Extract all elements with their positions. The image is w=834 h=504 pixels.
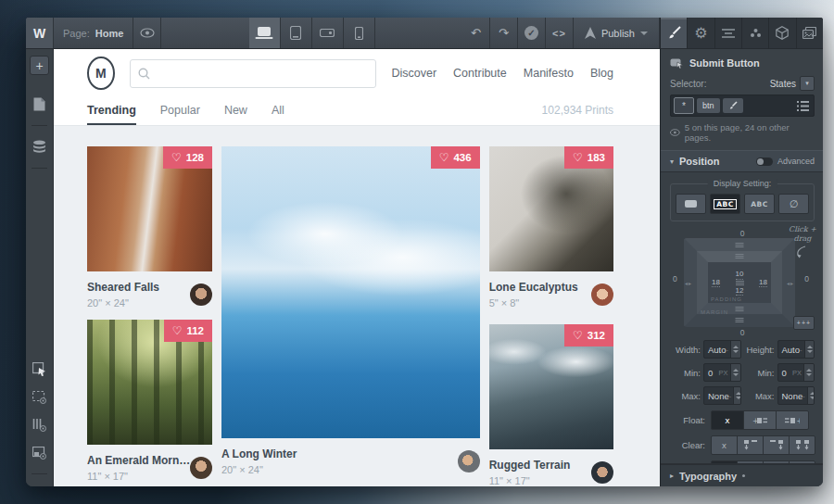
box-model-widget[interactable]: 0 0 0 0 18 10 12 <box>670 230 815 335</box>
width-input[interactable]: Auto- <box>703 340 741 359</box>
assets-images-tab[interactable] <box>797 18 823 48</box>
device-tablet-button[interactable] <box>281 18 312 48</box>
device-desktop-button[interactable] <box>249 18 281 48</box>
photo-emerald-morning[interactable]: ♡112 <box>87 320 212 445</box>
avatar[interactable] <box>190 457 212 479</box>
display-inline-block-button[interactable]: ABC <box>710 194 740 214</box>
max-width-stepper[interactable] <box>733 387 740 404</box>
panel-visibility-icon[interactable] <box>32 447 46 460</box>
position-section-header[interactable]: ▾ Position Advanced <box>661 150 823 172</box>
margin-bottom-value[interactable]: 0 <box>740 328 745 337</box>
nav-link-manifesto[interactable]: Manifesto <box>524 67 574 80</box>
states-dropdown[interactable]: States ▾ <box>770 76 815 91</box>
photo-rugged-terrain[interactable]: ♡312 <box>489 324 613 449</box>
padding-right-value[interactable]: 18 <box>759 278 767 288</box>
save-check-icon[interactable]: ✓ <box>518 18 546 48</box>
margin-top-value[interactable]: 0 <box>740 229 745 238</box>
min-width-stepper[interactable] <box>730 364 740 381</box>
avatar[interactable] <box>591 461 613 484</box>
min-height-stepper[interactable] <box>803 364 814 381</box>
site-logo[interactable]: M <box>87 57 115 90</box>
padding-left-value[interactable]: 18 <box>712 278 720 288</box>
style-brush-tab[interactable] <box>661 18 688 48</box>
selection-visibility-icon[interactable] <box>32 391 46 404</box>
photo-card[interactable]: ♡183 Lone Eucalyptus 5" × 8" <box>489 146 613 320</box>
advanced-toggle[interactable]: Advanced <box>756 157 815 166</box>
selector-token-bar[interactable]: * btn <box>670 94 815 117</box>
components-cube-tab[interactable] <box>769 18 796 48</box>
undo-icon[interactable]: ↶ <box>462 18 490 48</box>
device-phone-landscape-button[interactable] <box>312 18 344 48</box>
pages-icon[interactable] <box>33 97 45 111</box>
add-element-button[interactable]: + <box>30 56 49 75</box>
avatar[interactable] <box>458 450 480 472</box>
margin-right-value[interactable]: 0 <box>804 274 809 284</box>
class-token-btn[interactable]: btn <box>697 98 720 113</box>
all-states-key[interactable]: * <box>674 97 694 114</box>
float-left-button[interactable]: + <box>743 410 777 430</box>
style-manager-tab[interactable] <box>715 18 742 48</box>
likes-badge[interactable]: ♡183 <box>564 146 613 169</box>
select-cursor-icon[interactable] <box>32 362 46 376</box>
max-height-stepper[interactable] <box>807 387 815 404</box>
card-title: Sheared Falls <box>87 281 190 294</box>
clear-right-button[interactable] <box>763 435 790 455</box>
likes-badge[interactable]: ♡112 <box>164 320 212 342</box>
float-none-button[interactable]: x <box>711 410 744 430</box>
display-none-button[interactable]: ∅ <box>778 194 809 214</box>
tab-trending[interactable]: Trending <box>87 104 136 125</box>
height-input[interactable]: Auto- <box>777 340 815 359</box>
tab-all[interactable]: All <box>272 104 284 125</box>
device-phone-portrait-button[interactable] <box>344 18 375 48</box>
photo-lone-eucalyptus[interactable]: ♡183 <box>489 146 613 271</box>
grid-visibility-icon[interactable] <box>32 419 46 432</box>
height-stepper[interactable] <box>804 341 815 358</box>
margin-left-value[interactable]: 0 <box>673 274 677 284</box>
redo-icon[interactable]: ↷ <box>490 18 518 48</box>
display-block-button[interactable] <box>676 194 706 214</box>
width-stepper[interactable] <box>730 341 740 358</box>
webflow-logo-button[interactable]: W <box>26 18 54 48</box>
clear-none-button[interactable]: x <box>711 435 738 455</box>
clear-left-button[interactable] <box>737 435 764 455</box>
max-width-input[interactable]: None- <box>703 386 741 405</box>
drag-handle-icon <box>736 318 744 322</box>
style-brush-chip[interactable] <box>723 98 743 113</box>
box-options-button[interactable]: +++ <box>793 316 815 330</box>
photo-card[interactable]: ♡112 An Emerald Morn… 11" × 17" <box>87 320 212 486</box>
display-inline-button[interactable]: ABC <box>744 194 775 214</box>
padding-top-value[interactable]: 10 <box>736 270 744 280</box>
avatar[interactable] <box>190 284 212 306</box>
photo-card[interactable]: ♡436 A Long Winter 20" × 24" <box>221 146 480 486</box>
avatar[interactable] <box>591 284 613 306</box>
photo-card[interactable]: ♡128 Sheared Falls 20" × 24" <box>87 146 212 320</box>
tab-new[interactable]: New <box>224 104 247 125</box>
nav-link-blog[interactable]: Blog <box>590 67 613 80</box>
nav-link-discover[interactable]: Discover <box>391 67 436 80</box>
class-list-icon[interactable] <box>797 101 811 111</box>
search-input[interactable] <box>156 66 369 81</box>
min-width-input[interactable]: 0PX <box>703 363 741 382</box>
preview-eye-icon[interactable] <box>133 18 161 48</box>
clear-both-button[interactable] <box>789 435 815 455</box>
tab-popular[interactable]: Popular <box>160 104 200 125</box>
photo-long-winter[interactable]: ♡436 <box>221 146 480 438</box>
database-icon[interactable] <box>32 140 46 154</box>
nav-link-contribute[interactable]: Contribute <box>453 67 507 80</box>
float-right-button[interactable]: + <box>776 410 809 430</box>
likes-badge[interactable]: ♡436 <box>431 146 480 169</box>
photo-sheared-falls[interactable]: ♡128 <box>87 146 212 271</box>
min-height-input[interactable]: 0PX <box>777 363 815 382</box>
prints-count: 102,934 Prints <box>542 104 613 125</box>
likes-badge[interactable]: ♡128 <box>163 146 212 169</box>
photo-card[interactable]: ♡312 Rugged Terrain 11" × 17" <box>489 324 613 486</box>
padding-bottom-value[interactable]: 12 <box>736 286 744 296</box>
export-code-icon[interactable]: <> <box>546 18 574 48</box>
likes-badge[interactable]: ♡312 <box>564 324 613 346</box>
typography-section-header[interactable]: ▸ Typography <box>661 464 823 486</box>
interactions-tab[interactable] <box>742 18 769 48</box>
settings-gear-tab[interactable]: ⚙ <box>688 18 714 48</box>
box-model-frame[interactable]: 18 10 12 18 ◂▸ ◂▸ <box>684 238 795 327</box>
max-height-input[interactable]: None- <box>777 386 815 405</box>
publish-button[interactable]: Publish <box>574 18 660 48</box>
